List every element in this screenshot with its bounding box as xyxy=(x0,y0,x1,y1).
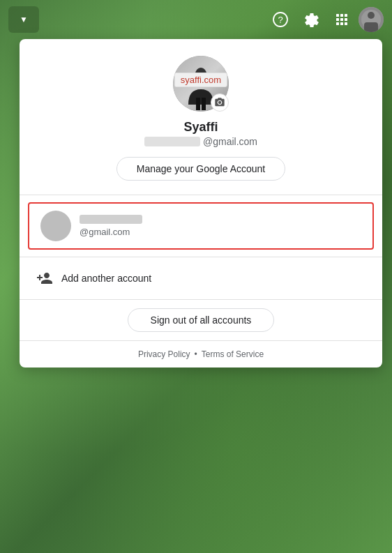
svg-text:?: ? xyxy=(278,15,282,25)
add-account-section: Add another account xyxy=(20,257,382,300)
svg-point-13 xyxy=(368,12,375,19)
settings-button[interactable] xyxy=(297,6,325,33)
second-account-email: @gmail.com xyxy=(80,227,142,237)
second-account-section: @gmail.com xyxy=(20,195,382,257)
svg-rect-18 xyxy=(196,98,200,110)
svg-rect-9 xyxy=(340,22,343,25)
svg-rect-10 xyxy=(345,22,347,25)
domain-text: syaffi.com xyxy=(181,75,221,85)
second-account-info: @gmail.com xyxy=(80,215,142,237)
account-avatar-button[interactable] xyxy=(359,7,384,32)
header-avatar-icon xyxy=(359,7,384,32)
svg-rect-7 xyxy=(345,18,347,21)
sign-out-section: Sign out of all accounts xyxy=(20,300,382,341)
svg-rect-2 xyxy=(336,14,339,17)
second-account-avatar xyxy=(40,211,71,241)
svg-rect-5 xyxy=(336,18,339,21)
svg-rect-14 xyxy=(364,22,378,32)
add-account-label: Add another account xyxy=(61,273,151,284)
domain-badge: syaffi.com xyxy=(174,73,227,87)
add-account-button[interactable]: Add another account xyxy=(20,262,382,295)
dropdown-button[interactable] xyxy=(8,6,39,33)
sign-out-button[interactable]: Sign out of all accounts xyxy=(128,308,275,332)
change-photo-button[interactable] xyxy=(211,93,229,112)
help-button[interactable]: ? xyxy=(266,6,294,33)
panel-footer: Privacy Policy • Terms of Service xyxy=(20,341,382,368)
manage-account-label: Manage your Google Account xyxy=(137,163,265,174)
add-account-icon xyxy=(36,270,53,287)
second-account-name-blur xyxy=(80,215,142,224)
email-blur-mask xyxy=(144,137,200,146)
svg-rect-19 xyxy=(202,98,206,110)
panel-scroll[interactable]: syaffi.com Syaffi @gmail.com Manage your… xyxy=(20,39,382,368)
apps-icon xyxy=(334,12,349,27)
svg-rect-8 xyxy=(336,22,339,25)
second-account-item[interactable]: @gmail.com xyxy=(28,202,374,250)
svg-rect-3 xyxy=(340,14,343,17)
settings-icon xyxy=(303,12,319,27)
header-bar: ? xyxy=(0,0,392,39)
privacy-policy-link[interactable]: Privacy Policy xyxy=(138,349,190,359)
camera-icon xyxy=(214,97,225,108)
apps-button[interactable] xyxy=(328,6,356,33)
manage-account-button[interactable]: Manage your Google Account xyxy=(116,157,285,181)
svg-rect-4 xyxy=(345,14,347,17)
terms-of-service-link[interactable]: Terms of Service xyxy=(202,349,264,359)
profile-email: @gmail.com xyxy=(144,136,257,147)
email-suffix: @gmail.com xyxy=(203,136,257,147)
avatar-container: syaffi.com xyxy=(173,56,229,112)
sign-out-label: Sign out of all accounts xyxy=(151,315,252,326)
footer-dot: • xyxy=(195,349,197,359)
svg-rect-6 xyxy=(340,18,343,21)
account-popup-panel: syaffi.com Syaffi @gmail.com Manage your… xyxy=(20,39,382,368)
header-icons: ? xyxy=(266,6,384,33)
header-avatar xyxy=(359,7,384,32)
profile-name: Syaffi xyxy=(183,120,218,135)
header-left xyxy=(8,6,39,33)
profile-section: syaffi.com Syaffi @gmail.com Manage your… xyxy=(20,39,382,195)
help-icon: ? xyxy=(273,12,288,27)
second-account-email-suffix: @gmail.com xyxy=(80,227,130,237)
